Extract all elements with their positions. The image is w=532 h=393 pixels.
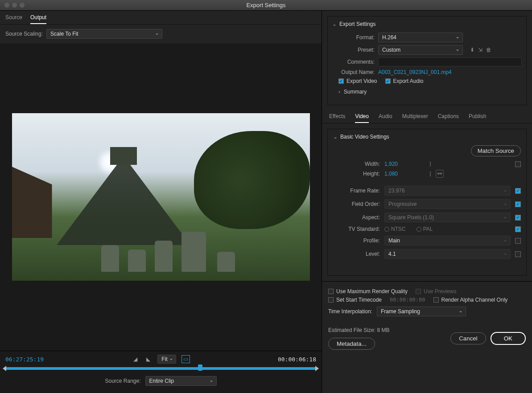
ok-button[interactable]: OK bbox=[491, 332, 526, 345]
level-label: Level: bbox=[333, 251, 380, 257]
width-value[interactable]: 1,920 bbox=[384, 161, 416, 167]
zoom-select[interactable]: Fit bbox=[157, 355, 176, 364]
use-previews-label: Use Previews bbox=[424, 288, 456, 295]
alpha-only-checkbox[interactable] bbox=[433, 297, 439, 303]
basic-video-title: Basic Video Settings bbox=[340, 134, 389, 140]
tv-standard-label: TV Standard: bbox=[333, 226, 380, 232]
cancel-button[interactable]: Cancel bbox=[450, 332, 486, 344]
field-order-select[interactable]: Progressive bbox=[384, 199, 511, 209]
timecode-in[interactable]: 06:27:25:19 bbox=[5, 356, 44, 363]
titlebar: Export Settings bbox=[0, 0, 532, 11]
time-interpolation-select[interactable]: Frame Sampling bbox=[377, 307, 466, 316]
import-preset-icon[interactable]: ⇲ bbox=[478, 47, 483, 53]
preset-label: Preset: bbox=[332, 47, 375, 53]
settings-tabs: Effects Video Audio Multiplexer Captions… bbox=[322, 111, 532, 123]
tab-audio[interactable]: Audio bbox=[379, 111, 392, 123]
max-quality-label: Use Maximum Render Quality bbox=[336, 288, 408, 295]
pal-radio[interactable]: PAL bbox=[417, 226, 433, 232]
chevron-down-icon[interactable]: ⌄ bbox=[333, 134, 338, 140]
basic-video-settings: ⌄ Basic Video Settings Match Source Widt… bbox=[327, 129, 527, 276]
output-name-label: Output Name: bbox=[332, 69, 375, 75]
aspect-match-checkbox[interactable]: ✓ bbox=[515, 215, 521, 221]
preset-select[interactable]: Custom bbox=[378, 45, 463, 55]
frame-rate-match-checkbox[interactable]: ✓ bbox=[515, 188, 521, 194]
profile-match-checkbox[interactable] bbox=[515, 238, 521, 244]
tab-multiplexer[interactable]: Multiplexer bbox=[402, 111, 428, 123]
aspect-select[interactable]: Square Pixels (1.0) bbox=[384, 213, 511, 222]
match-source-button[interactable]: Match Source bbox=[471, 145, 521, 156]
export-settings-section: ⌄ Export Settings Format: H.264 Preset: … bbox=[327, 16, 527, 105]
footer: Estimated File Size: 8 MB Metadata... Ca… bbox=[322, 321, 532, 354]
level-select[interactable]: 4.1 bbox=[384, 249, 511, 259]
export-video-label: Export Video bbox=[346, 78, 377, 84]
start-timecode-label: Set Start Timecode bbox=[336, 297, 382, 303]
save-preset-icon[interactable]: ⬇ bbox=[470, 47, 474, 53]
format-label: Format: bbox=[332, 34, 375, 41]
export-audio-label: Export Audio bbox=[393, 78, 424, 84]
est-size-label: Estimated File Size: bbox=[328, 327, 375, 333]
window-title: Export Settings bbox=[0, 2, 532, 8]
preview-image bbox=[12, 113, 310, 281]
width-match-checkbox[interactable] bbox=[515, 161, 521, 167]
export-video-checkbox[interactable]: ✓ bbox=[338, 78, 344, 84]
alpha-only-label: Render Alpha Channel Only bbox=[441, 297, 508, 303]
ntsc-radio[interactable]: NTSC bbox=[384, 226, 406, 232]
profile-label: Profile: bbox=[333, 237, 380, 244]
metadata-button[interactable]: Metadata... bbox=[328, 338, 375, 350]
height-value[interactable]: 1,080 bbox=[384, 171, 416, 177]
preview-area bbox=[0, 43, 322, 351]
est-size-value: 8 MB bbox=[377, 327, 389, 333]
link-icon[interactable]: ⚯ bbox=[436, 170, 444, 178]
summary-label: Summary bbox=[344, 89, 367, 95]
start-timecode-value: 00:00:00:00 bbox=[390, 297, 425, 303]
preview-tabs: Source Output bbox=[0, 11, 322, 25]
tab-video[interactable]: Video bbox=[355, 111, 368, 123]
level-match-checkbox[interactable] bbox=[515, 251, 521, 257]
tv-match-checkbox[interactable]: ✓ bbox=[515, 226, 521, 232]
source-range-select[interactable]: Entire Clip bbox=[145, 376, 217, 386]
tab-publish[interactable]: Publish bbox=[469, 111, 486, 123]
timeline-bar: 06:27:25:19 ◢ ◣ Fit ▭ 00:00:06:18 Source… bbox=[0, 351, 322, 393]
chevron-right-icon[interactable]: › bbox=[338, 89, 340, 95]
frame-rate-label: Frame Rate: bbox=[333, 188, 380, 194]
height-label: Height: bbox=[333, 171, 380, 177]
profile-select[interactable]: Main bbox=[384, 236, 511, 246]
aspect-label: Aspect: bbox=[333, 214, 380, 221]
source-scaling-label: Source Scaling: bbox=[5, 31, 43, 37]
format-select[interactable]: H.264 bbox=[378, 33, 463, 42]
render-options: Use Maximum Render Quality Use Previews … bbox=[322, 281, 532, 321]
chevron-down-icon[interactable]: ⌄ bbox=[332, 21, 337, 27]
mark-in-icon[interactable]: ◢ bbox=[132, 355, 139, 363]
preview-panel: Source Output Source Scaling: Scale To F… bbox=[0, 11, 322, 393]
playhead-icon[interactable] bbox=[198, 364, 202, 371]
use-previews-checkbox bbox=[416, 289, 421, 294]
export-audio-checkbox[interactable]: ✓ bbox=[385, 78, 391, 84]
source-scaling-select[interactable]: Scale To Fit bbox=[46, 29, 162, 39]
comments-label: Comments: bbox=[332, 59, 375, 65]
export-settings-title: Export Settings bbox=[339, 21, 375, 27]
max-quality-checkbox[interactable] bbox=[328, 289, 334, 294]
field-order-match-checkbox[interactable]: ✓ bbox=[515, 201, 521, 207]
tab-source[interactable]: Source bbox=[5, 14, 22, 24]
timecode-out: 00:00:06:18 bbox=[278, 356, 316, 363]
tab-captions[interactable]: Captions bbox=[438, 111, 459, 123]
source-range-label: Source Range: bbox=[105, 378, 140, 384]
start-timecode-checkbox[interactable] bbox=[328, 297, 334, 303]
field-order-label: Field Order: bbox=[333, 201, 380, 207]
settings-panel: ⌄ Export Settings Format: H.264 Preset: … bbox=[322, 11, 532, 393]
tab-output[interactable]: Output bbox=[30, 14, 46, 24]
delete-preset-icon[interactable]: 🗑 bbox=[486, 47, 491, 53]
aspect-correction-icon[interactable]: ▭ bbox=[181, 355, 190, 363]
frame-rate-select[interactable]: 23.976 bbox=[384, 186, 511, 196]
timeline-slider[interactable] bbox=[5, 367, 316, 370]
comments-input[interactable] bbox=[378, 57, 522, 66]
width-label: Width: bbox=[333, 161, 380, 167]
output-name-link[interactable]: A003_C021_0923NJ_001.mp4 bbox=[378, 69, 452, 75]
tab-effects[interactable]: Effects bbox=[329, 111, 345, 123]
time-interpolation-label: Time Interpolation: bbox=[328, 308, 372, 315]
mark-out-icon[interactable]: ◣ bbox=[144, 355, 152, 363]
